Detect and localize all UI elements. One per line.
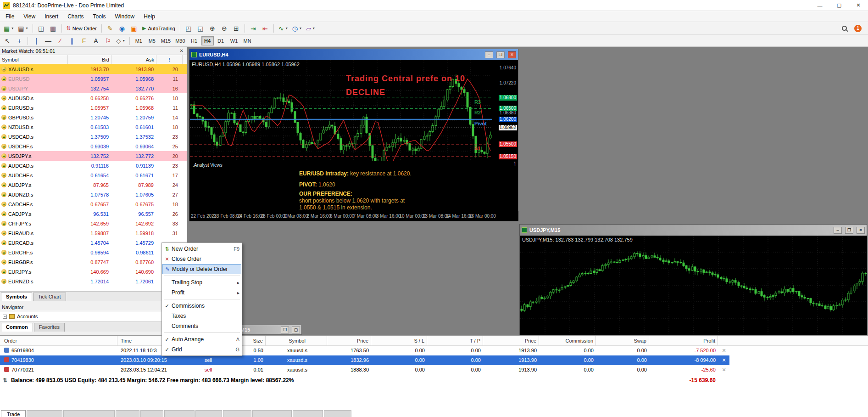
market-watch-row[interactable]: ▴EURUSD1.059571.0596811 bbox=[0, 74, 187, 84]
close-market-watch-button[interactable]: ✕ bbox=[178, 48, 185, 53]
channel-tool[interactable]: ∥ bbox=[67, 36, 78, 46]
market-watch-row[interactable]: ▴AUDCHF.s0.616540.6167117 bbox=[0, 170, 187, 180]
market-watch-row[interactable]: ▴AUDUSD.s0.662580.6627618 bbox=[0, 93, 187, 103]
market-watch-row[interactable]: ▴CADCHF.s0.676570.6767518 bbox=[0, 199, 187, 209]
order-row[interactable]: 704198302023.03.10 09:20:15sell1.00xauus… bbox=[0, 355, 729, 365]
navigator-item-accounts[interactable]: Accounts bbox=[17, 314, 38, 319]
timeframe-d1[interactable]: D1 bbox=[215, 36, 227, 45]
close-order-icon[interactable]: ✕ bbox=[719, 365, 729, 375]
text-tool[interactable]: A bbox=[90, 36, 101, 46]
timeframe-h1[interactable]: H1 bbox=[188, 36, 200, 45]
auto-scroll-button[interactable]: ⇥ bbox=[248, 23, 259, 34]
templates-button[interactable]: ▱▾ bbox=[304, 23, 317, 34]
menu-tools[interactable]: Tools bbox=[89, 12, 111, 21]
chart1-restore-button[interactable]: ❐ bbox=[496, 51, 505, 58]
shapes-dropdown[interactable]: ◇▾ bbox=[114, 36, 127, 46]
timeframe-m30[interactable]: M30 bbox=[173, 36, 187, 45]
menu-item-grid[interactable]: ✓GridG bbox=[162, 344, 241, 355]
column-header-price[interactable]: Price bbox=[329, 336, 371, 346]
tab-stub[interactable] bbox=[140, 410, 163, 417]
menu-charts[interactable]: Charts bbox=[63, 12, 88, 21]
autotrading-button[interactable]: ▶AutoTrading bbox=[140, 23, 177, 34]
data-window-toggle[interactable]: ▥ bbox=[48, 23, 59, 34]
mini-restore-button[interactable]: ❐ bbox=[281, 327, 289, 333]
periods-button[interactable]: ◷▾ bbox=[290, 23, 303, 34]
menu-item-commissions[interactable]: ✓Commissions bbox=[162, 301, 241, 311]
fibonacci-tool[interactable]: F bbox=[78, 36, 89, 46]
order-row[interactable]: 650198042022.11.18 10:3sell0.50xauusd.s1… bbox=[0, 346, 729, 355]
tab-stub[interactable] bbox=[63, 410, 115, 417]
menu-item-close-order[interactable]: ✕Close Order bbox=[162, 254, 241, 264]
column-header-profit[interactable]: Profit bbox=[651, 336, 718, 346]
close-order-icon[interactable]: ✕ bbox=[719, 346, 729, 355]
market-watch-row[interactable]: ▴EURCHF.s0.985940.98611 bbox=[0, 248, 187, 257]
tile-vertical-button[interactable]: ◱ bbox=[195, 23, 206, 34]
market-watch-row[interactable]: ▴AUDCAD.s0.911160.9113923 bbox=[0, 161, 187, 170]
market-watch-row[interactable]: ▴EURNZD.s1.720141.72061 bbox=[0, 276, 187, 286]
menu-item-auto-arrange[interactable]: ✓Auto ArrangeA bbox=[162, 334, 241, 344]
vertical-line-tool[interactable]: | bbox=[31, 36, 42, 46]
timeframe-m1[interactable]: M1 bbox=[133, 36, 145, 45]
tab-stub[interactable] bbox=[195, 410, 222, 417]
tab-stub[interactable] bbox=[164, 410, 195, 417]
chart1-time-axis[interactable]: 22 Feb 202323 Feb 08:0024 Feb 16:0028 Fe… bbox=[190, 211, 518, 221]
chart1-plot-area[interactable]: EURUSD,H4 1.05896 1.05989 1.05862 1.0596… bbox=[190, 60, 492, 211]
menu-item-new-order[interactable]: ⇅New OrderF9 bbox=[162, 244, 241, 254]
column-header-price[interactable]: Price bbox=[485, 336, 539, 346]
market-watch-row[interactable]: ▴USDCHF.s0.930390.9306425 bbox=[0, 141, 187, 151]
chart2-restore-button[interactable]: ❐ bbox=[845, 227, 853, 234]
market-watch-row[interactable]: ▴GBPUSD.s1.207451.2075914 bbox=[0, 113, 187, 122]
tile-windows-button[interactable]: ⊞ bbox=[231, 23, 242, 34]
column-header-commission[interactable]: Commission bbox=[541, 336, 596, 346]
column-header-size[interactable]: Size bbox=[242, 336, 266, 346]
tab-trade[interactable]: Trade bbox=[1, 410, 26, 417]
timeframe-w1[interactable]: W1 bbox=[228, 36, 240, 45]
menu-insert[interactable]: Insert bbox=[40, 12, 63, 21]
notification-badge[interactable]: 1 bbox=[854, 25, 862, 32]
tab-stub[interactable] bbox=[252, 410, 292, 417]
order-row[interactable]: 707700212023.03.15 12:04:21sell0.01xauus… bbox=[0, 365, 729, 375]
tile-horizontal-button[interactable]: ◰ bbox=[183, 23, 194, 34]
mw-col-bid[interactable]: Bid bbox=[68, 55, 111, 64]
tab-stub[interactable] bbox=[116, 410, 139, 417]
indicators-button[interactable]: ∿▾ bbox=[277, 23, 289, 34]
cursor-tool[interactable]: ↖ bbox=[2, 36, 13, 46]
market-watch-row[interactable]: ▴EURAUD.s1.598871.5991831 bbox=[0, 228, 187, 238]
search-icon[interactable] bbox=[842, 26, 847, 31]
mini-maximize-button[interactable]: ▢ bbox=[292, 327, 300, 333]
timeframe-h4[interactable]: H4 bbox=[201, 36, 214, 45]
new-order-button[interactable]: ⇅New Order bbox=[65, 23, 99, 34]
close-order-icon[interactable]: ✕ bbox=[719, 355, 729, 365]
menu-item-trailing-stop[interactable]: Trailing Stop▸ bbox=[162, 277, 241, 287]
community-button[interactable]: ◉ bbox=[117, 23, 128, 34]
menu-item-profit[interactable]: Profit▸ bbox=[162, 287, 241, 298]
arrows-tool[interactable]: ⚐ bbox=[102, 36, 113, 46]
chart1-minimize-button[interactable]: – bbox=[485, 51, 493, 58]
chart1-price-scale[interactable]: 1.076401.072201.068001.065001.063801.062… bbox=[492, 60, 518, 211]
mw-col-[interactable]: ! bbox=[156, 55, 183, 64]
market-watch-row[interactable]: ▴USDCAD.s1.375091.3753223 bbox=[0, 132, 187, 141]
tab-stub[interactable] bbox=[324, 410, 351, 417]
market-watch-row[interactable]: ▴EURGBP.s0.877470.87760 bbox=[0, 257, 187, 267]
new-chart-button[interactable]: ▦▾ bbox=[2, 23, 15, 34]
tab-favorites[interactable]: Favorites bbox=[34, 323, 65, 332]
mw-col-ask[interactable]: Ask bbox=[111, 55, 156, 64]
crosshair-tool[interactable]: + bbox=[14, 36, 25, 46]
menu-item-comments[interactable]: Comments bbox=[162, 321, 241, 331]
column-header-s-l[interactable]: S / L bbox=[373, 336, 427, 346]
trendline-tool[interactable]: ∕ bbox=[55, 36, 66, 46]
chart2-titlebar[interactable]: USDJPY,M15 – ❐ ✕ bbox=[520, 225, 867, 236]
market-button[interactable]: ▣ bbox=[128, 23, 139, 34]
column-header-symbol[interactable]: Symbol bbox=[267, 336, 327, 346]
chart1-close-button[interactable]: ✕ bbox=[508, 51, 516, 58]
market-watch-row[interactable]: ▴AUDNZD.s1.075781.0760527 bbox=[0, 190, 187, 199]
tab-stub[interactable] bbox=[223, 410, 251, 417]
zoom-in-button[interactable]: ⊕ bbox=[207, 23, 218, 34]
column-header-swap[interactable]: Swap bbox=[598, 336, 649, 346]
market-watch-row[interactable]: ▴NZDUSD.s0.615830.6160118 bbox=[0, 122, 187, 132]
menu-item-taxes[interactable]: Taxes bbox=[162, 311, 241, 321]
zoom-out-button[interactable]: ⊖ bbox=[219, 23, 230, 34]
market-watch-row[interactable]: ▴CADJPY.s96.53196.55726 bbox=[0, 209, 187, 219]
maximize-button[interactable]: ▢ bbox=[829, 0, 849, 11]
market-watch-row[interactable]: ▴CHFJPY.s142.659142.69233 bbox=[0, 219, 187, 228]
